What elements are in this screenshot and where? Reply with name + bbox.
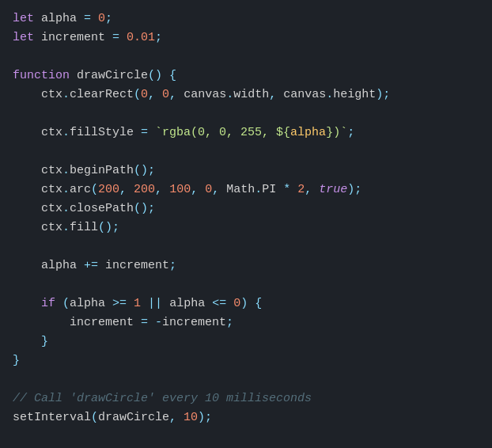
code-token: let (13, 31, 41, 44)
code-token (119, 31, 127, 44)
code-token: ( (62, 297, 70, 310)
code-line (13, 275, 479, 294)
code-token: = (141, 316, 148, 329)
code-token: fillStyle (70, 126, 141, 139)
code-line: setInterval(drawCircle, 10); (13, 408, 479, 427)
code-token: 0 (141, 88, 148, 101)
code-token: (); (98, 221, 119, 234)
code-line: function drawCircle() { (13, 66, 479, 85)
code-token: , (119, 183, 134, 196)
code-token: ctx (13, 202, 62, 215)
code-line: if (alpha >= 1 || alpha <= 0) { (13, 294, 479, 313)
code-token (290, 183, 297, 196)
code-token: 100 (169, 183, 191, 196)
code-token: . (226, 88, 233, 101)
code-token (127, 297, 134, 310)
code-token (226, 297, 233, 310)
code-editor: let alpha = 0;let increment = 0.01; func… (0, 0, 492, 437)
code-token: increment (41, 31, 112, 44)
code-token: ctx (13, 126, 62, 139)
code-token: ) { (240, 297, 262, 310)
code-token: >= (112, 297, 127, 310)
code-token: clearRect (70, 88, 134, 101)
code-token: ( (91, 411, 98, 424)
code-token: function (13, 69, 77, 82)
code-token: 0 (98, 12, 105, 25)
code-token: increment (98, 259, 169, 272)
code-token: 0 (233, 297, 240, 310)
code-token: 2 (297, 183, 305, 196)
code-line: } (13, 351, 479, 370)
code-line (13, 142, 479, 161)
code-token: () { (148, 69, 176, 82)
code-token: ; (169, 259, 176, 272)
code-token: } (41, 335, 48, 348)
code-token: . (62, 183, 70, 196)
code-line: ctx.closePath(); (13, 199, 479, 218)
code-token: drawCircle (98, 411, 169, 424)
code-token: ; (226, 316, 233, 329)
code-token: height (333, 88, 376, 101)
code-token: ctx (13, 221, 62, 234)
code-token: 0 (162, 88, 169, 101)
code-token: canvas (283, 88, 326, 101)
code-token: ); (376, 88, 390, 101)
code-token: alpha (13, 259, 84, 272)
code-token (148, 126, 155, 139)
code-token: let (13, 12, 41, 25)
code-line: } (13, 332, 479, 351)
code-token: ctx (13, 164, 62, 177)
code-token: = (112, 31, 119, 44)
code-token: alpha (41, 12, 84, 25)
code-line (13, 47, 479, 66)
code-token: = (141, 126, 148, 139)
code-token: ctx (13, 183, 62, 196)
code-token: . (62, 88, 70, 101)
code-token: if (13, 297, 62, 310)
code-token: alpha (290, 126, 326, 139)
code-line (13, 370, 479, 389)
code-token: 1 (134, 297, 141, 310)
code-line: alpha += increment; (13, 256, 479, 275)
code-token: alpha (70, 297, 112, 310)
code-token: <= (212, 297, 226, 310)
code-token: 10 (184, 411, 198, 424)
code-token: increment (13, 316, 141, 329)
code-token: = (84, 12, 91, 25)
code-token: . (62, 126, 70, 139)
code-line: ctx.clearRect(0, 0, canvas.width, canvas… (13, 85, 479, 104)
code-token: || (148, 297, 162, 310)
code-line: increment = -increment; (13, 313, 479, 332)
code-token: setInterval (13, 411, 91, 424)
code-token: increment (162, 316, 226, 329)
code-token: ); (347, 183, 361, 196)
code-token (91, 12, 98, 25)
code-token: , (148, 88, 162, 101)
code-token: . (326, 88, 333, 101)
code-token: PI (262, 183, 283, 196)
code-token: , (191, 183, 205, 196)
code-line: ctx.arc(200, 200, 100, 0, Math.PI * 2, t… (13, 180, 479, 199)
code-token: . (62, 202, 70, 215)
code-token: 200 (98, 183, 119, 196)
code-token: beginPath (70, 164, 134, 177)
code-token: , (169, 411, 184, 424)
code-token: , (169, 88, 184, 101)
code-token: , (305, 183, 319, 196)
code-token: true (319, 183, 347, 196)
code-token: ; (155, 31, 162, 44)
code-token: * (283, 183, 290, 196)
code-token: (); (134, 164, 155, 177)
code-token (141, 297, 148, 310)
code-token: Math (226, 183, 255, 196)
code-token: . (62, 164, 70, 177)
code-token: , (155, 183, 169, 196)
code-token: closePath (70, 202, 134, 215)
code-token: } (13, 354, 20, 367)
code-token: (); (134, 202, 155, 215)
code-line: // Call 'drawCircle' every 10 millisecon… (13, 389, 479, 408)
code-token (148, 316, 155, 329)
code-token: ( (91, 183, 98, 196)
code-token: ( (134, 88, 141, 101)
code-line: let alpha = 0; (13, 9, 479, 28)
